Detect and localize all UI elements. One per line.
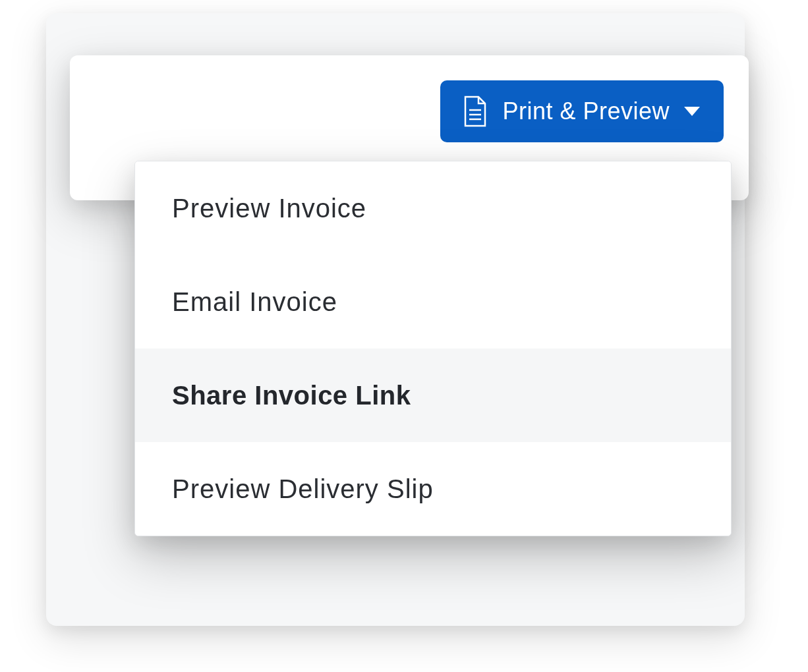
menu-item-preview-invoice[interactable]: Preview Invoice	[135, 161, 731, 255]
menu-item-email-invoice[interactable]: Email Invoice	[135, 255, 731, 349]
dropdown-menu: Preview Invoice Email Invoice Share Invo…	[134, 161, 732, 536]
print-preview-button[interactable]: Print & Preview	[440, 80, 724, 142]
menu-item-label: Email Invoice	[172, 287, 337, 317]
chevron-down-icon	[684, 107, 700, 116]
menu-item-preview-delivery-slip[interactable]: Preview Delivery Slip	[135, 442, 731, 536]
menu-item-share-invoice-link[interactable]: Share Invoice Link	[135, 349, 731, 442]
menu-item-label: Preview Invoice	[172, 194, 366, 223]
menu-item-label: Preview Delivery Slip	[172, 474, 434, 504]
print-preview-label: Print & Preview	[502, 98, 670, 125]
menu-item-label: Share Invoice Link	[172, 381, 411, 410]
document-icon	[461, 96, 488, 127]
